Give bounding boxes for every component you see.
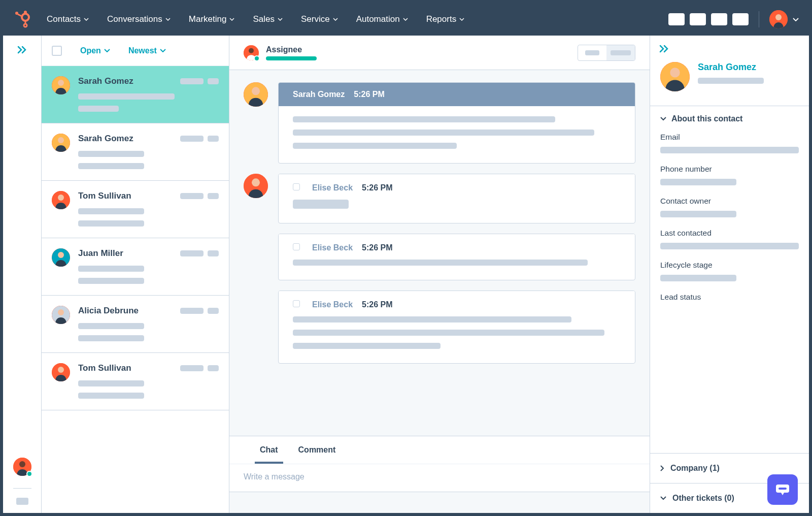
message: Sarah Gomez5:26 PM [244, 82, 635, 164]
chevron-down-icon [660, 117, 666, 121]
conversation-item[interactable]: Juan Miller [42, 238, 229, 296]
contact-avatar[interactable] [660, 62, 690, 91]
message-time: 5:26 PM [354, 90, 384, 99]
collapse-panel-icon[interactable] [659, 45, 669, 53]
message-time: 5:26 PM [362, 300, 392, 309]
message-composer: Chat Comment Write a message [229, 436, 650, 513]
nav-automation[interactable]: Automation [356, 14, 408, 24]
filter-status[interactable]: Open [80, 46, 110, 55]
rail-item[interactable] [16, 498, 28, 505]
svg-point-17 [58, 252, 64, 258]
chat-icon [775, 483, 790, 496]
nav-service[interactable]: Service [301, 14, 338, 24]
svg-point-0 [22, 14, 29, 21]
conversation-avatar [52, 134, 70, 152]
nav-action-4[interactable] [732, 13, 749, 25]
conversation-item[interactable]: Tom Sullivan [42, 181, 229, 238]
assignee-label: Assignee [266, 45, 317, 54]
svg-point-25 [252, 87, 260, 95]
svg-point-15 [58, 195, 64, 201]
message: Elise Beck5:26 PM [244, 291, 635, 364]
nav-sales[interactable]: Sales [253, 14, 283, 24]
conversation-name: Alicia Debrune [78, 306, 139, 316]
message-sender: Elise Beck [312, 183, 353, 192]
field-label: Contact owner [660, 197, 799, 206]
svg-point-23 [249, 48, 254, 53]
nav-conversations[interactable]: Conversations [107, 14, 171, 24]
about-section-toggle[interactable]: About this contact [660, 114, 799, 123]
select-all-checkbox[interactable] [52, 46, 62, 56]
svg-point-7 [775, 14, 782, 20]
message-avatar [244, 82, 268, 107]
message: Elise Beck5:26 PM [244, 234, 635, 280]
conversation-name: Sarah Gomez [78, 134, 133, 144]
field-value-placeholder [660, 243, 799, 249]
conversation-item[interactable]: Sarah Gomez [42, 123, 229, 181]
message-avatar [244, 174, 268, 198]
conversation-item[interactable]: Tom Sullivan [42, 353, 229, 410]
conversation-avatar [52, 76, 70, 94]
top-nav: Contacts Conversations Marketing Sales S… [3, 3, 809, 36]
nav-action-2[interactable] [690, 13, 706, 25]
rail-user-avatar[interactable] [13, 458, 31, 476]
assignee-status-indicator [254, 55, 260, 61]
field-label: Lifecycle stage [660, 261, 799, 270]
svg-point-1 [24, 11, 27, 14]
composer-tab-chat[interactable]: Chat [250, 436, 288, 464]
svg-point-11 [58, 80, 64, 86]
conversation-avatar [52, 248, 70, 267]
field-label: Lead status [660, 293, 799, 302]
conversation-name: Sarah Gomez [78, 76, 133, 86]
message-time: 5:26 PM [362, 183, 392, 192]
message: Elise Beck5:26 PM [244, 174, 635, 223]
message-sender: Elise Beck [312, 243, 353, 252]
svg-point-21 [58, 367, 64, 373]
conversation-name: Juan Miller [78, 248, 123, 259]
contact-panel: Sarah Gomez About this contact EmailPhon… [650, 36, 809, 513]
conversation-avatar [52, 306, 70, 324]
svg-point-19 [58, 309, 64, 315]
svg-point-13 [58, 137, 64, 143]
chevron-down-icon [660, 496, 666, 500]
online-status-indicator [26, 471, 32, 477]
expand-rail-icon[interactable] [17, 46, 27, 54]
view-toggle[interactable] [578, 45, 635, 61]
svg-rect-31 [779, 488, 787, 490]
nav-action-3[interactable] [711, 13, 727, 25]
message-checkbox[interactable] [293, 300, 300, 307]
message-input[interactable]: Write a message [229, 464, 650, 492]
left-rail [3, 36, 42, 513]
message-sender: Elise Beck [312, 300, 353, 309]
message-checkbox[interactable] [293, 243, 300, 250]
svg-point-27 [252, 178, 260, 186]
inbox-panel: Open Newest Sarah GomezSarah GomezTom Su… [42, 36, 229, 513]
user-menu-chevron[interactable] [793, 18, 799, 21]
assignee-name-placeholder [266, 56, 317, 60]
conversation-name: Tom Sullivan [78, 191, 131, 201]
svg-point-29 [670, 68, 680, 77]
field-value-placeholder [660, 275, 736, 281]
composer-tab-comment[interactable]: Comment [288, 436, 346, 464]
conversation-item[interactable]: Sarah Gomez [42, 66, 229, 123]
message-sender: Sarah Gomez [293, 90, 345, 99]
conversation-panel: Assignee Sarah Gomez5:26 PMElise Beck5:2… [229, 36, 650, 513]
filter-sort[interactable]: Newest [128, 46, 166, 55]
field-label: Email [660, 133, 799, 142]
nav-contacts[interactable]: Contacts [47, 14, 89, 24]
conversation-name: Tom Sullivan [78, 363, 131, 373]
field-value-placeholder [660, 179, 736, 185]
field-label: Last contacted [660, 229, 799, 238]
chevron-right-icon [660, 465, 664, 471]
hubspot-logo[interactable] [13, 10, 31, 28]
field-value-placeholder [660, 211, 736, 217]
conversation-avatar [52, 363, 70, 381]
message-time: 5:26 PM [362, 243, 392, 252]
contact-name[interactable]: Sarah Gomez [698, 62, 799, 73]
nav-action-1[interactable] [668, 13, 685, 25]
conversation-item[interactable]: Alicia Debrune [42, 296, 229, 353]
chat-widget-button[interactable] [767, 474, 798, 505]
user-avatar[interactable] [769, 10, 788, 28]
nav-marketing[interactable]: Marketing [189, 14, 235, 24]
message-checkbox[interactable] [293, 183, 300, 190]
nav-reports[interactable]: Reports [426, 14, 465, 24]
